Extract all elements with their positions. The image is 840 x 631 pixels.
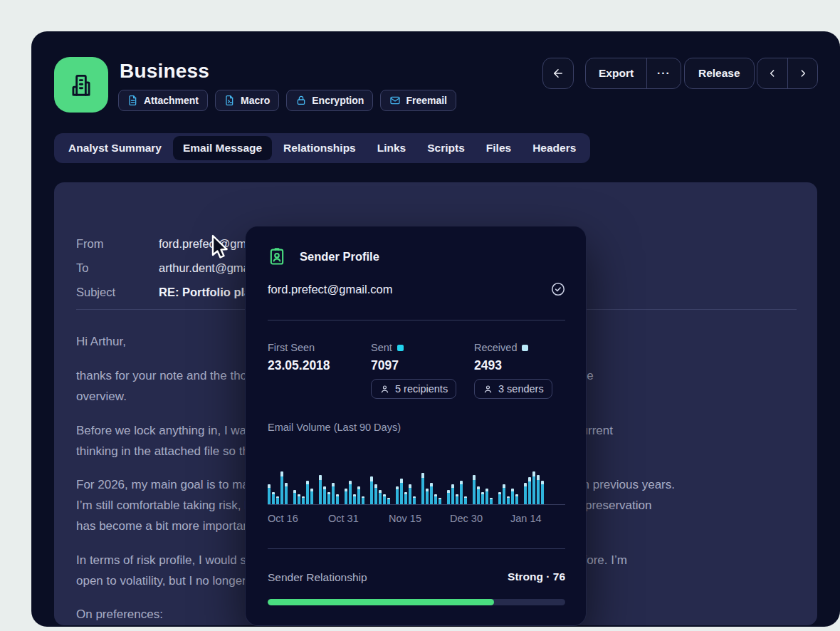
- volume-bar: [336, 494, 339, 504]
- sent-legend-swatch: [397, 345, 404, 351]
- senders-button[interactable]: 3 senders: [474, 379, 552, 399]
- person-icon: [379, 384, 390, 395]
- tag-freemail[interactable]: Freemail: [380, 90, 456, 111]
- volume-bar: [310, 489, 313, 504]
- tag-macro[interactable]: Macro: [215, 90, 279, 111]
- page-title: Business: [120, 60, 209, 83]
- tag-encryption[interactable]: Encryption: [286, 90, 373, 111]
- volume-bar: [503, 484, 505, 504]
- volume-bar: [541, 481, 544, 504]
- sender-relationship-value: Strong · 76: [508, 570, 565, 583]
- volume-bar: [434, 494, 437, 504]
- tab-email-message[interactable]: Email Message: [173, 136, 272, 160]
- volume-bar: [473, 475, 476, 504]
- volume-bar: [345, 489, 347, 504]
- sender-relationship-label: Sender Relationship: [268, 571, 367, 584]
- next-button[interactable]: [787, 58, 817, 88]
- x-tick: Oct 16: [268, 513, 298, 524]
- volume-bar: [370, 476, 373, 504]
- email-body-line: overview.: [76, 390, 127, 404]
- person-icon: [483, 384, 493, 395]
- tab-bar: Analyst Summary Email Message Relationsh…: [54, 133, 590, 163]
- volume-bar: [272, 492, 275, 504]
- volume-bar: [439, 498, 441, 504]
- sent-label: Sent: [371, 342, 404, 353]
- tab-links[interactable]: Links: [367, 136, 416, 160]
- sent-value: 7097: [371, 358, 399, 373]
- volume-bar: [276, 496, 279, 504]
- tab-relationships[interactable]: Relationships: [273, 136, 366, 160]
- id-badge-icon: [267, 246, 287, 266]
- volume-bar: [323, 486, 326, 504]
- volume-bar: [413, 496, 416, 504]
- lock-icon: [295, 95, 307, 106]
- recipients-button[interactable]: 5 recipients: [371, 379, 456, 399]
- email-volume-chart: [268, 470, 565, 504]
- volume-bar: [524, 483, 527, 504]
- app-window: Business Attachment Macro: [0, 0, 840, 631]
- volume-bar: [511, 489, 514, 504]
- tab-files[interactable]: Files: [476, 136, 521, 160]
- tag-attachment[interactable]: Attachment: [118, 90, 208, 111]
- building-icon: [68, 71, 95, 98]
- volume-bar: [464, 496, 467, 504]
- volume-bar: [379, 490, 382, 504]
- macro-file-icon: [224, 95, 236, 106]
- volume-bar: [451, 484, 454, 504]
- volume-bar: [404, 492, 407, 504]
- tag-label: Encryption: [312, 95, 364, 106]
- release-button[interactable]: Release: [684, 58, 755, 89]
- volume-bar: [481, 492, 484, 504]
- tag-chip-row: Attachment Macro Encryption Freemail: [118, 90, 456, 111]
- volume-bar: [421, 473, 424, 504]
- popup-divider: [268, 320, 565, 320]
- volume-bar: [532, 471, 535, 504]
- volume-bar: [285, 483, 288, 504]
- received-value: 2493: [474, 358, 502, 373]
- volume-bar: [485, 489, 488, 504]
- volume-bar: [430, 483, 433, 504]
- subject-label: Subject: [76, 286, 115, 299]
- volume-bar: [387, 498, 390, 504]
- volume-bar: [357, 486, 360, 504]
- chevron-left-icon: [767, 68, 778, 79]
- volume-bar: [490, 498, 493, 504]
- volume-bar: [268, 484, 271, 504]
- received-label: Received: [474, 342, 528, 353]
- tab-scripts[interactable]: Scripts: [417, 136, 475, 160]
- volume-bar: [332, 483, 335, 504]
- volume-bar: [280, 471, 283, 504]
- x-tick: Nov 15: [389, 513, 421, 524]
- email-body-line: On preferences:: [76, 607, 163, 622]
- volume-bar: [537, 475, 540, 504]
- from-label: From: [76, 237, 104, 251]
- tab-analyst-summary[interactable]: Analyst Summary: [58, 136, 172, 160]
- relationship-progress-track: [268, 599, 565, 605]
- chart-baseline: [268, 504, 565, 505]
- verified-badge-icon[interactable]: [550, 281, 566, 297]
- relationship-progress-fill: [268, 599, 494, 605]
- volume-bar: [362, 496, 364, 504]
- first-seen-label: First Seen: [268, 342, 315, 353]
- sender-profile-title: Sender Profile: [300, 250, 379, 264]
- back-button[interactable]: [542, 58, 574, 89]
- volume-bar: [456, 494, 458, 504]
- chevron-right-icon: [797, 68, 809, 79]
- volume-bar: [528, 477, 531, 504]
- x-tick: Dec 30: [450, 513, 483, 524]
- volume-bar: [396, 486, 399, 504]
- volume-bar: [349, 481, 352, 504]
- prev-button[interactable]: [757, 58, 787, 88]
- export-button[interactable]: Export: [586, 58, 646, 88]
- first-seen-value: 23.05.2018: [268, 358, 330, 373]
- export-more-button[interactable]: ···: [646, 58, 681, 88]
- tag-label: Attachment: [144, 95, 199, 106]
- volume-bar: [400, 479, 403, 504]
- pager-button-group: [757, 58, 818, 89]
- volume-bar: [353, 494, 356, 504]
- sender-profile-popup: Sender Profile ford.prefect@gmail.com Fi…: [245, 226, 587, 626]
- tab-headers[interactable]: Headers: [523, 136, 586, 160]
- popup-divider: [268, 548, 565, 549]
- volume-bar: [409, 484, 411, 504]
- attachment-file-icon: [127, 95, 139, 106]
